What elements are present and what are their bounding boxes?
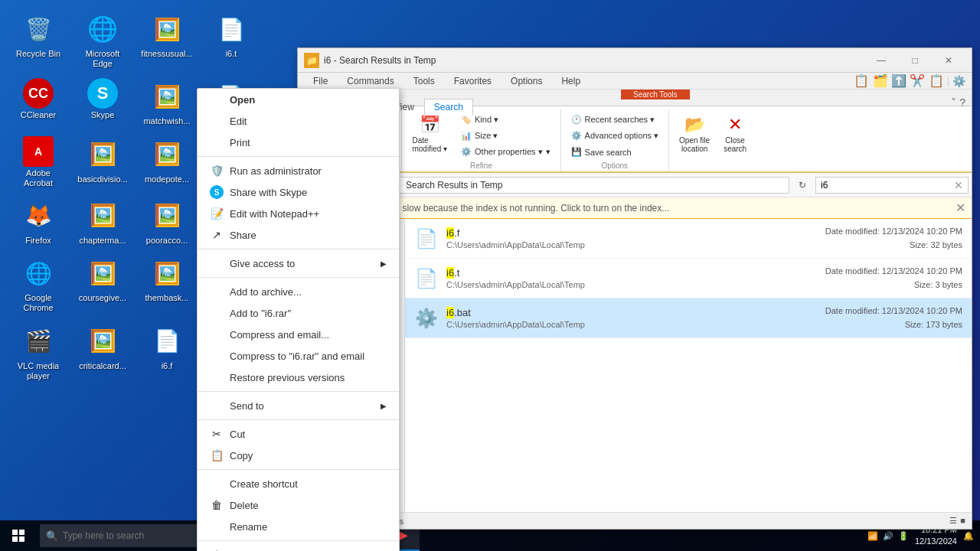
- search-input[interactable]: [821, 180, 954, 191]
- file-list: 📄 i6.f C:\Users\admin\AppData\Local\Temp…: [405, 219, 972, 512]
- date-modified-btn[interactable]: 📅 Datemodified ▾: [407, 112, 452, 155]
- table-row[interactable]: 📄 i6.t C:\Users\admin\AppData\Local\Temp…: [405, 259, 972, 298]
- ctx-compress-email[interactable]: Compress and email...: [198, 324, 399, 345]
- desktop-icon-thembask[interactable]: 🖼️ thembask...: [136, 252, 198, 316]
- menu-commands[interactable]: Commands: [338, 73, 403, 90]
- ctx-print[interactable]: Print: [198, 132, 399, 153]
- desktop-icon-skype[interactable]: S Skype: [72, 75, 133, 129]
- send-to-label: Send to: [230, 400, 264, 412]
- close-button[interactable]: ✕: [932, 48, 965, 73]
- maximize-button[interactable]: □: [898, 48, 932, 73]
- network-icon[interactable]: 📶: [867, 531, 878, 541]
- desktop-icon-ccleaner[interactable]: CC CCleaner: [8, 75, 69, 129]
- ctx-run-as-admin[interactable]: 🛡️ Run as administrator: [198, 160, 399, 181]
- tab-search[interactable]: Search: [424, 99, 473, 116]
- ctx-edit-notepad[interactable]: 📝 Edit with Notepad++: [198, 203, 399, 224]
- ctx-copy[interactable]: 📋 Copy: [198, 445, 399, 466]
- other-props-btn[interactable]: ⚙️ Other properties ▾ ▾: [456, 145, 556, 159]
- notification-close-icon[interactable]: ✕: [956, 201, 965, 215]
- desktop-icon-pooracco[interactable]: 🖼️ pooracco...: [136, 194, 198, 249]
- ctx-add-i6rar[interactable]: Add to "i6.rar": [198, 302, 399, 324]
- recent-searches-btn[interactable]: 🕐 Recent searches ▾: [566, 112, 665, 127]
- edit-icon: [210, 114, 224, 128]
- desktop-icon-criticalcard[interactable]: 🖼️ criticalcard...: [72, 320, 133, 384]
- search-clear-icon[interactable]: ✕: [954, 179, 963, 191]
- ctx-share[interactable]: ↗ Share: [198, 224, 399, 246]
- menu-favorites[interactable]: Favorites: [445, 73, 501, 90]
- list-view-icon[interactable]: ☰: [949, 516, 957, 526]
- ctx-share-skype[interactable]: S Share with Skype: [198, 181, 399, 203]
- file-meta-i6t: Date modified: 12/13/2024 10:20 PM Size:…: [825, 265, 962, 292]
- ctx-open[interactable]: Open: [198, 89, 399, 110]
- date-modified-label: Datemodified ▾: [412, 136, 447, 153]
- skype-ctx-icon: S: [210, 185, 224, 199]
- ctx-restore-prev[interactable]: Restore previous versions: [198, 367, 399, 388]
- menu-file[interactable]: File: [304, 73, 338, 90]
- desktop-icon-chapterma[interactable]: 🖼️ chapterma...: [72, 194, 133, 249]
- minimize-button[interactable]: —: [864, 48, 898, 73]
- table-row[interactable]: 📄 i6.f C:\Users\admin\AppData\Local\Temp…: [405, 219, 972, 259]
- menu-help[interactable]: Help: [552, 73, 590, 90]
- adobe-label: AdobeAcrobat: [24, 168, 53, 188]
- ctx-properties[interactable]: ℹ Properties: [198, 544, 399, 551]
- ctx-edit[interactable]: Edit: [198, 110, 399, 132]
- chapterma-label: chapterma...: [79, 236, 126, 246]
- desktop-icon-fitnessusual[interactable]: 🖼️ fitnessusual...: [136, 8, 198, 72]
- ctx-rename[interactable]: Rename: [198, 516, 399, 537]
- ctx-add-archive[interactable]: Add to archive...: [198, 281, 399, 302]
- desktop-icon-adobe[interactable]: A AdobeAcrobat: [8, 133, 69, 191]
- ribbon-collapse-icon[interactable]: ˅: [951, 96, 956, 109]
- close-search-btn[interactable]: ✕ Closesearch: [718, 112, 752, 155]
- desktop-icon-basicdivision[interactable]: 🖼️ basicdivisio...: [72, 133, 133, 191]
- menu-tools[interactable]: Tools: [404, 73, 445, 90]
- modepote-label: modepote...: [145, 174, 189, 184]
- menu-options[interactable]: Options: [501, 73, 552, 90]
- desktop-icon-recycle-bin[interactable]: 🗑️ Recycle Bin: [8, 8, 69, 72]
- desktop-icon-i6f[interactable]: 📄 i6.f: [136, 320, 198, 384]
- help-icon[interactable]: ?: [959, 96, 965, 109]
- desktop-icon-firefox[interactable]: 🦊 Firefox: [8, 194, 69, 249]
- table-row[interactable]: ⚙️ i6.bat C:\Users\admin\AppData\Local\T…: [405, 298, 972, 338]
- ribbon-right-controls: ˅ ?: [951, 99, 972, 106]
- desktop-icon-edge[interactable]: 🌐 MicrosoftEdge: [72, 8, 133, 72]
- ctx-send-to[interactable]: Send to ▶: [198, 395, 399, 416]
- pooracco-icon: 🖼️: [149, 197, 185, 234]
- desktop-icon-matchwish[interactable]: 🖼️ matchwish...: [136, 75, 198, 129]
- desktop-icon-i6t[interactable]: 📄 i6.t: [201, 8, 262, 72]
- coursegive-label: coursegive...: [79, 293, 126, 303]
- add-i6rar-label: Add to "i6.rar": [230, 308, 291, 319]
- recycle-bin-label: Recycle Bin: [16, 49, 60, 59]
- volume-icon[interactable]: 🔊: [883, 531, 893, 541]
- ctx-create-shortcut[interactable]: Create shortcut: [198, 473, 399, 494]
- refresh-button[interactable]: ↻: [792, 176, 812, 194]
- size-btn[interactable]: 📊 Size ▾: [456, 129, 556, 143]
- save-search-btn[interactable]: 💾 Save search: [566, 145, 665, 159]
- open-location-icon: 📂: [684, 115, 705, 135]
- notification-bell-icon[interactable]: 🔔: [963, 531, 974, 541]
- file-path-i6t: C:\Users\admin\AppData\Local\Temp: [446, 280, 818, 289]
- ctx-delete[interactable]: 🗑 Delete: [198, 494, 399, 516]
- search-box[interactable]: ✕: [815, 177, 969, 194]
- system-tray: 📶 🔊 🔋: [867, 531, 909, 541]
- address-path[interactable]: Search Results in Temp: [399, 177, 789, 194]
- advanced-options-btn[interactable]: ⚙️ Advanced options ▾: [566, 129, 665, 143]
- refine-group-title: Refine: [407, 160, 555, 171]
- desktop-icon-modepote[interactable]: 🖼️ modepote...: [136, 133, 198, 191]
- properties-ctx-icon: ℹ: [210, 548, 224, 551]
- desktop-icon-coursegive[interactable]: 🖼️ coursegive...: [72, 252, 133, 316]
- detail-view-icon[interactable]: ■: [960, 516, 965, 526]
- edge-icon: 🌐: [84, 11, 121, 47]
- file-info-i6f: i6.f C:\Users\admin\AppData\Local\Temp: [446, 227, 818, 249]
- battery-icon[interactable]: 🔋: [898, 531, 909, 541]
- ctx-give-access[interactable]: Give access to ▶: [198, 253, 399, 274]
- start-button[interactable]: [0, 520, 37, 551]
- ctx-divider-2: [198, 249, 399, 249]
- add-archive-label: Add to archive...: [230, 286, 302, 298]
- copy-label: Copy: [230, 450, 253, 461]
- desktop-icon-chrome[interactable]: 🌐 GoogleChrome: [8, 252, 69, 316]
- explorer-app-icon: 📁: [304, 53, 319, 68]
- ctx-compress-i6rar-email[interactable]: Compress to "i6.rar" and email: [198, 345, 399, 367]
- desktop-icon-vlc[interactable]: 🎬 VLC mediaplayer: [8, 320, 69, 384]
- open-file-location-btn[interactable]: 📂 Open filelocation: [674, 112, 715, 155]
- ctx-cut[interactable]: ✂ Cut: [198, 423, 399, 445]
